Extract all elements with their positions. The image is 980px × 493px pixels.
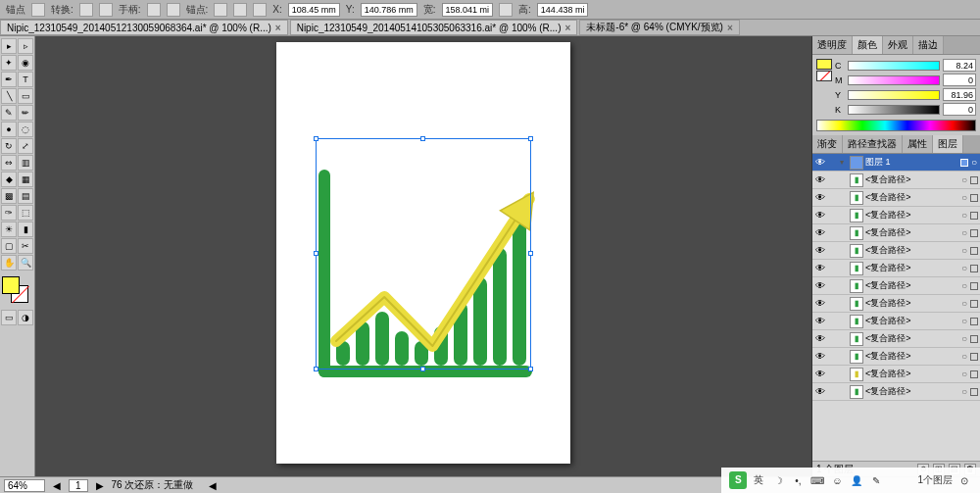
target-icon[interactable]: ○ [960,174,968,185]
eye-icon[interactable]: 👁 [814,227,826,239]
ime-lang[interactable]: 英 [751,472,766,488]
layer-item[interactable]: 👁▮<复合路径>○ [812,242,980,260]
selection-indicator[interactable] [970,194,978,202]
layer-item[interactable]: 👁▮<复合路径>○ [812,189,980,207]
item-name[interactable]: <复合路径> [865,315,958,327]
target-icon[interactable]: ○ [960,210,968,221]
document-tab-2[interactable]: 未标题-6* @ 64% (CMYK/预览)× [579,20,739,35]
slider-value-C[interactable] [943,59,976,72]
page-input[interactable]: 1 [69,479,88,492]
taskbar-search-icon[interactable]: ⊙ [956,472,972,488]
tab-close-icon[interactable]: × [564,23,570,33]
color-swatch-pair[interactable] [816,59,832,118]
pencil-tool[interactable]: ✏ [18,105,33,121]
ime-person-icon[interactable]: 👤 [849,472,864,488]
scale-tool[interactable]: ⤢ [18,138,33,154]
target-icon[interactable]: ○ [960,386,968,397]
eye-icon[interactable]: 👁 [814,192,826,204]
anchor2-icon-2[interactable] [233,3,247,17]
screen-mode-icon[interactable]: ▭ [1,310,17,325]
spectrum-bar[interactable] [816,120,976,131]
layers-list[interactable]: 👁▾图层 1○👁▮<复合路径>○👁▮<复合路径>○👁▮<复合路径>○👁▮<复合路… [812,154,980,461]
ime-punct-icon[interactable]: •, [790,472,806,488]
layer-item[interactable]: 👁▮<复合路径>○ [812,172,980,189]
slider-K[interactable] [848,105,940,115]
eye-icon[interactable]: 👁 [814,369,826,380]
type-tool[interactable]: T [18,72,33,87]
selection-indicator[interactable] [970,282,978,290]
item-name[interactable]: <复合路径> [865,226,958,239]
target-icon[interactable]: ○ [970,157,978,168]
document-tab-0[interactable]: Nipic_12310549_20140512130059068364.ai* … [0,20,288,35]
target-icon[interactable]: ○ [960,316,968,326]
ime-smiley-icon[interactable]: ☺ [829,472,845,488]
document-tab-1[interactable]: Nipic_12310549_20140514105305063316.ai* … [290,20,578,35]
selection-indicator[interactable] [970,229,978,237]
target-icon[interactable]: ○ [960,369,968,379]
eye-icon[interactable]: 👁 [814,316,826,327]
layer-item[interactable]: 👁▮<复合路径>○ [812,260,980,277]
target-icon[interactable]: ○ [960,227,968,238]
slider-value-K[interactable] [943,103,976,116]
selection-indicator[interactable] [970,300,978,308]
layer-item[interactable]: 👁▮<复合路径>○ [812,295,980,313]
layers-tab-1[interactable]: 路径查找器 [843,135,903,153]
anchor-icon[interactable] [31,3,45,17]
slider-value-M[interactable] [943,74,976,86]
target-icon[interactable]: ○ [960,333,968,344]
canvas-area[interactable] [35,36,811,476]
tab-close-icon[interactable]: × [727,23,733,33]
h-input[interactable]: 144.438 mi [537,3,589,17]
color-tab-0[interactable]: 透明度 [812,36,853,54]
transform-icon-2[interactable] [99,3,113,17]
item-name[interactable]: <复合路径> [865,368,958,380]
select-tool[interactable]: ▸ [1,38,17,54]
selection-indicator[interactable] [970,318,978,325]
selection-indicator[interactable] [970,265,978,272]
layer-item[interactable]: 👁▮<复合路径>○ [812,383,980,401]
mesh-tool[interactable]: ▩ [1,188,17,204]
graph-tool[interactable]: ▮ [18,222,33,237]
x-input[interactable]: 108.45 mm [288,3,340,17]
slider-M[interactable] [848,75,940,85]
layer-item[interactable]: 👁▮<复合路径>○ [812,348,980,366]
disclosure-icon[interactable]: ▾ [840,158,848,167]
brush-tool[interactable]: ✎ [1,105,17,121]
color-tab-1[interactable]: 颜色 [853,36,883,54]
tool-fill-swatch[interactable] [2,276,20,294]
selection-indicator[interactable] [960,159,968,167]
eye-icon[interactable]: 👁 [814,386,826,398]
layers-tab-3[interactable]: 图层 [933,135,963,153]
wand-tool[interactable]: ✦ [1,55,17,71]
selection-indicator[interactable] [970,353,978,361]
color-tab-2[interactable]: 外观 [883,36,913,54]
shape-tool[interactable]: ◆ [1,172,17,187]
ime-keyboard-icon[interactable]: ⌨ [809,472,825,488]
eye-icon[interactable]: 👁 [814,351,826,363]
layers-tab-0[interactable]: 渐变 [812,135,843,153]
eye-icon[interactable]: 👁 [814,174,826,186]
w-input[interactable]: 158.041 mi [442,3,494,17]
direct-select-tool[interactable]: ▹ [18,38,33,54]
eye-icon[interactable]: 👁 [814,245,826,257]
item-name[interactable]: <复合路径> [865,191,958,204]
item-name[interactable]: <复合路径> [865,244,958,257]
ime-settings-icon[interactable]: ✎ [868,472,884,488]
selection-indicator[interactable] [970,212,978,220]
item-name[interactable]: <复合路径> [865,209,958,222]
layer-item[interactable]: 👁▮<复合路径>○ [812,277,980,295]
lasso-tool[interactable]: ◉ [18,55,33,71]
target-icon[interactable]: ○ [960,351,968,362]
y-input[interactable]: 140.786 mm [361,3,417,17]
perspective-tool[interactable]: ▦ [18,172,33,187]
target-icon[interactable]: ○ [960,280,968,291]
target-icon[interactable]: ○ [960,263,968,273]
page-prev-icon[interactable]: ◀ [53,480,61,491]
layer-item[interactable]: 👁▮<复合路径>○ [812,224,980,242]
fill-swatch[interactable] [816,59,832,70]
target-icon[interactable]: ○ [960,192,968,203]
item-name[interactable]: <复合路径> [865,173,958,186]
blend-tool[interactable]: ⬚ [18,205,33,221]
artboard[interactable] [276,42,570,464]
zoom-tool[interactable]: 🔍 [18,255,33,271]
